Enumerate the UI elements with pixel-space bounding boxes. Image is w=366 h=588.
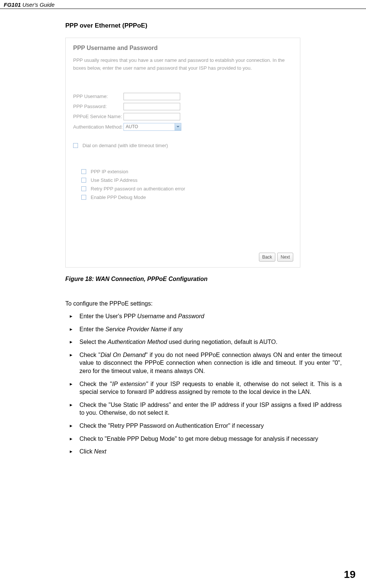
config-screenshot: PPP Username and Password PPP usually re…	[65, 38, 300, 268]
screenshot-description: PPP usually requires that you have a use…	[73, 57, 293, 72]
retry-ppp-checkbox[interactable]	[81, 186, 86, 191]
dial-demand-checkbox[interactable]	[73, 143, 78, 148]
debug-mode-checkbox[interactable]	[81, 195, 86, 200]
ppp-password-input[interactable]	[123, 103, 180, 110]
retry-ppp-row: Retry PPP password on authentication err…	[81, 186, 293, 192]
ppp-ext-label: PPP IP extension	[91, 169, 128, 174]
dial-demand-group: Dial on demand (with idle timeout timer)	[73, 143, 293, 148]
main-content: PPP over Ethernet (PPPoE) PPP Username a…	[65, 22, 342, 456]
auth-method-select[interactable]: AUTO	[123, 123, 181, 131]
auth-method-value: AUTO	[126, 124, 138, 129]
list-item: Enter the Service Provider Name if any	[79, 325, 342, 333]
list-item: Check the "Use Static IP address" and en…	[79, 401, 342, 417]
pppoe-service-input[interactable]	[123, 113, 180, 120]
section-title: PPP over Ethernet (PPPoE)	[65, 22, 342, 29]
ppp-password-label: PPP Password:	[73, 104, 123, 109]
nav-button-row: Back Next	[259, 253, 293, 262]
pppoe-service-label: PPPoE Service Name:	[73, 114, 123, 119]
static-ip-checkbox[interactable]	[81, 178, 86, 183]
header-guide: User's Guide	[22, 1, 54, 8]
list-item: Enter the User's PPP Username and Passwo…	[79, 312, 342, 320]
ppp-username-label: PPP Username:	[73, 94, 123, 99]
instructions-list: Enter the User's PPP Username and Passwo…	[65, 312, 342, 456]
ppp-password-row: PPP Password:	[73, 103, 293, 110]
chevron-down-icon	[175, 123, 181, 130]
debug-mode-label: Enable PPP Debug Mode	[91, 195, 146, 200]
ppp-username-row: PPP Username:	[73, 93, 293, 100]
header-model: FG101	[4, 1, 21, 8]
ppp-ext-row: PPP IP extension	[81, 169, 293, 174]
ppp-username-input[interactable]	[123, 93, 180, 100]
list-item: Check "Dial On Demand" if you do not nee…	[79, 351, 342, 375]
instructions-intro: To configure the PPPoE settings:	[65, 300, 342, 307]
list-item: Check the "Retry PPP Password on Authent…	[79, 422, 342, 430]
pppoe-service-row: PPPoE Service Name:	[73, 113, 293, 120]
static-ip-row: Use Static IP Address	[81, 177, 293, 183]
dial-demand-row: Dial on demand (with idle timeout timer)	[73, 143, 293, 148]
list-item: Check to "Enable PPP Debug Mode" to get …	[79, 435, 342, 443]
auth-method-label: Authentication Method:	[73, 124, 123, 130]
back-button[interactable]: Back	[259, 253, 276, 262]
page-number: 19	[344, 569, 356, 581]
figure-caption: Figure 18: WAN Connection, PPPoE Configu…	[65, 276, 342, 282]
static-ip-label: Use Static IP Address	[91, 177, 138, 183]
retry-ppp-label: Retry PPP password on authentication err…	[91, 186, 185, 192]
list-item: Check the "IP extension" if your ISP req…	[79, 380, 342, 396]
dial-demand-label: Dial on demand (with idle timeout timer)	[82, 143, 168, 148]
debug-mode-row: Enable PPP Debug Mode	[81, 195, 293, 200]
next-button[interactable]: Next	[277, 253, 293, 262]
list-item: Click Next	[79, 448, 342, 456]
screenshot-title: PPP Username and Password	[73, 45, 293, 51]
options-group: PPP IP extension Use Static IP Address R…	[81, 169, 293, 200]
page-header: FG101 User's Guide	[0, 0, 366, 9]
ppp-ext-checkbox[interactable]	[81, 169, 86, 174]
list-item: Select the Authentication Method used du…	[79, 338, 342, 346]
auth-method-row: Authentication Method: AUTO	[73, 123, 293, 131]
